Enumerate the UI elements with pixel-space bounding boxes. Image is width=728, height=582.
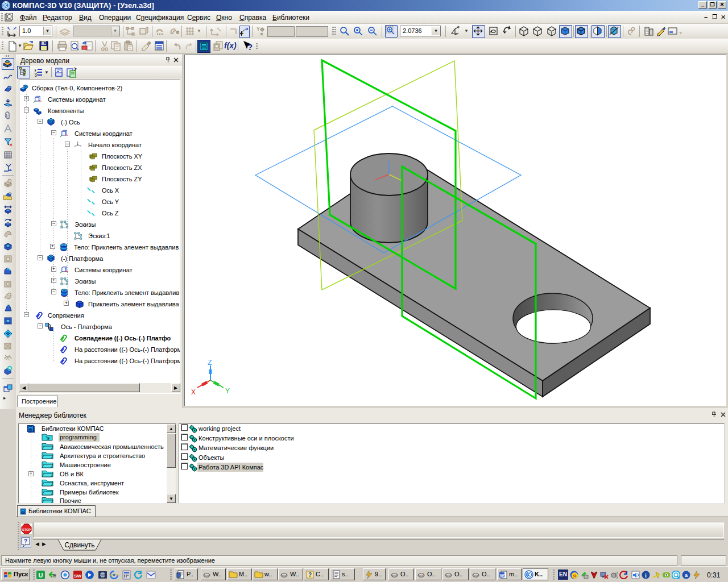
svg-text:e: e [53, 572, 56, 579]
svg-text:i: i [645, 572, 647, 579]
svg-text:X: X [191, 388, 196, 396]
svg-text:?: ? [24, 538, 27, 544]
svg-text:Сдвинуть: Сдвинуть [64, 541, 94, 549]
svg-text:Z: Z [208, 359, 212, 367]
svg-text:Y: Y [225, 387, 230, 395]
svg-text:DVD: DVD [99, 573, 106, 577]
svg-text:?: ? [308, 572, 312, 578]
svg-text:U: U [39, 572, 43, 579]
svg-text:?: ? [247, 42, 253, 52]
svg-text:STOP: STOP [22, 528, 31, 531]
svg-text:SW: SW [74, 573, 81, 579]
svg-text:W: W [500, 573, 504, 578]
svg-text:Я: Я [573, 573, 577, 579]
